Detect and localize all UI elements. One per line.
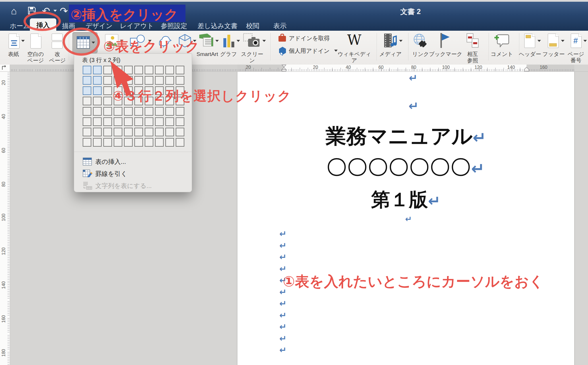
right-indent-marker[interactable]: [524, 67, 529, 71]
get-addins-label[interactable]: アドインを取得: [289, 35, 330, 42]
vertical-ruler[interactable]: 20406080100120140160180: [0, 71, 10, 365]
media-caret-icon[interactable]: [399, 40, 403, 42]
wikipedia-button[interactable]: W: [346, 32, 363, 48]
table-grid-cell[interactable]: [83, 76, 91, 85]
table-grid-cell[interactable]: [93, 128, 102, 136]
table-grid-cell[interactable]: [155, 117, 164, 126]
table-grid-cell[interactable]: [83, 128, 91, 136]
cover-page-button[interactable]: [9, 34, 20, 48]
table-grid-cell[interactable]: [93, 86, 102, 95]
header-caret-icon[interactable]: [537, 40, 541, 42]
chart-caret-icon[interactable]: [237, 40, 240, 42]
table-grid-cell[interactable]: [134, 138, 143, 147]
table-grid-cell[interactable]: [155, 76, 164, 85]
table-grid-cell[interactable]: [145, 117, 153, 126]
table-grid-cell[interactable]: [134, 66, 143, 74]
get-addins-button[interactable]: [278, 34, 287, 42]
table-grid-cell[interactable]: [176, 66, 184, 74]
cover-page-caret-icon[interactable]: [21, 40, 25, 42]
undo-caret-icon[interactable]: [53, 10, 57, 12]
personal-addins-label[interactable]: 個人用アドイン: [289, 47, 330, 54]
table-grid-cell[interactable]: [83, 138, 91, 147]
table-grid-cell[interactable]: [124, 117, 133, 126]
table-grid-cell[interactable]: [83, 86, 91, 95]
table-grid-cell[interactable]: [176, 128, 184, 136]
table-grid-cell[interactable]: [124, 107, 133, 116]
table-grid-cell[interactable]: [165, 138, 174, 147]
table-grid-cell[interactable]: [103, 107, 112, 116]
table-grid-cell[interactable]: [155, 138, 164, 147]
redo-icon[interactable]: ↷: [60, 5, 68, 17]
page-break-button[interactable]: [52, 34, 63, 40]
table-grid-cell[interactable]: [145, 66, 153, 74]
tab-view[interactable]: 表示: [273, 21, 287, 31]
table-grid-cell[interactable]: [134, 76, 143, 85]
table-grid-cell[interactable]: [93, 66, 102, 74]
screenshot-caret-icon[interactable]: [262, 40, 266, 42]
media-button[interactable]: [384, 33, 397, 48]
page-number-caret-icon[interactable]: [583, 40, 587, 42]
cross-reference-button[interactable]: [466, 33, 479, 48]
left-indent-marker[interactable]: [281, 65, 287, 71]
table-grid-cell[interactable]: [165, 117, 174, 126]
table-grid-cell[interactable]: [176, 117, 184, 126]
table-grid-cell[interactable]: [103, 117, 112, 126]
footer-button[interactable]: [548, 34, 559, 48]
header-button[interactable]: [524, 34, 535, 48]
table-grid-cell[interactable]: [114, 107, 122, 116]
table-grid-cell[interactable]: [114, 128, 122, 136]
table-grid-cell[interactable]: [145, 138, 153, 147]
table-grid-cell[interactable]: [176, 107, 184, 116]
table-grid-cell[interactable]: [165, 107, 174, 116]
table-grid-cell[interactable]: [134, 107, 143, 116]
tab-mailings[interactable]: 差し込み文書: [198, 21, 237, 31]
menu-item-insert-table[interactable]: 表の挿入...: [74, 156, 192, 167]
table-grid-cell[interactable]: [114, 117, 122, 126]
table-grid-cell[interactable]: [155, 128, 164, 136]
smartart-button[interactable]: [199, 33, 214, 48]
menu-item-draw-table[interactable]: 罫線を引く: [74, 168, 192, 179]
table-grid-cell[interactable]: [103, 128, 112, 136]
blank-page-button[interactable]: [30, 34, 41, 48]
table-grid-cell[interactable]: [134, 128, 143, 136]
table-grid-cell[interactable]: [124, 128, 133, 136]
table-grid-cell[interactable]: [93, 107, 102, 116]
screenshot-button[interactable]: [243, 33, 261, 49]
paragraph-mark: ↵: [279, 310, 287, 320]
chart-button[interactable]: [223, 34, 235, 47]
table-grid-cell[interactable]: [124, 138, 133, 147]
bookmark-button[interactable]: [439, 32, 451, 48]
table-grid-cell[interactable]: [145, 107, 153, 116]
table-grid-cell[interactable]: [165, 66, 174, 74]
page-number-button[interactable]: #: [571, 34, 582, 48]
table-grid-cell[interactable]: [134, 117, 143, 126]
home-icon[interactable]: ⌂: [11, 5, 17, 17]
table-grid-cell[interactable]: [114, 138, 122, 147]
page-break-button-lower[interactable]: [52, 42, 63, 48]
table-grid-cell[interactable]: [83, 97, 91, 105]
table-grid-cell[interactable]: [83, 107, 91, 116]
table-grid-cell[interactable]: [93, 76, 102, 85]
tab-selector-corner[interactable]: [0, 65, 10, 72]
document-page[interactable]: ↵ ↵ 業務マニュアル↵ 〇〇〇〇〇〇〇↵ 第１版↵ ↵ ↵↵↵↵↵↵↵↵↵↵↵: [237, 71, 574, 365]
table-grid-cell[interactable]: [176, 138, 184, 147]
table-grid-cell[interactable]: [165, 128, 174, 136]
table-grid-cell[interactable]: [145, 128, 153, 136]
link-button[interactable]: [413, 33, 428, 48]
table-grid-cell[interactable]: [93, 117, 102, 126]
table-grid-cell[interactable]: [93, 97, 102, 105]
table-grid-cell[interactable]: [83, 66, 91, 74]
table-grid-cell[interactable]: [103, 138, 112, 147]
table-grid-cell[interactable]: [83, 117, 91, 126]
tab-review[interactable]: 校閲: [246, 21, 259, 31]
smartart-caret-icon[interactable]: [215, 40, 219, 42]
personal-addins-button[interactable]: [278, 46, 287, 56]
table-grid-cell[interactable]: [155, 107, 164, 116]
comment-button[interactable]: [494, 33, 509, 47]
table-grid-cell[interactable]: [93, 138, 102, 147]
table-grid-cell[interactable]: [176, 76, 184, 85]
table-grid-cell[interactable]: [145, 76, 153, 85]
table-grid-cell[interactable]: [155, 66, 164, 74]
footer-caret-icon[interactable]: [561, 40, 564, 42]
table-grid-cell[interactable]: [165, 76, 174, 85]
